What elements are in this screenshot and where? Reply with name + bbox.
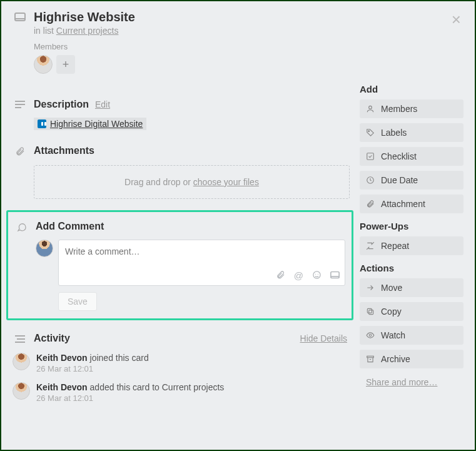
svg-rect-15 [367,153,374,160]
trello-icon [38,119,46,128]
card-list-location: in list Current projects [34,26,135,36]
arrow-right-icon [366,283,375,292]
attach-file-icon[interactable] [276,270,285,281]
svg-rect-17 [369,310,373,315]
sidebar-add-heading: Add [360,84,463,94]
sidebar-members-button[interactable]: Members [360,99,463,118]
sidebar-actions-heading: Actions [360,263,463,273]
members-label: Members [34,42,463,51]
svg-point-19 [369,334,372,337]
svg-rect-0 [15,13,25,21]
archive-icon [366,355,375,363]
hide-details-link[interactable]: Hide Details [300,333,347,343]
clock-icon [366,176,375,185]
copy-icon [366,307,375,316]
checklist-icon [366,152,375,161]
activity-item: Keith Devon joined this card 26 Mar at 1… [13,353,350,373]
share-more-link[interactable]: Share and more… [366,377,437,387]
sidebar-watch-button[interactable]: Watch [360,326,463,345]
edit-description-link[interactable]: Edit [95,99,110,109]
comment-input[interactable] [65,246,338,256]
mention-icon[interactable]: @ [294,270,303,281]
comment-box[interactable]: @ [58,240,345,286]
sidebar-powerups-heading: Power-Ups [360,221,463,231]
activity-time: 26 Mar at 12:01 [36,393,224,403]
description-card-link[interactable]: Highrise Digital Website [34,118,146,130]
avatar[interactable] [13,382,30,400]
attachment-icon [366,200,375,208]
members-icon [366,104,375,113]
svg-rect-18 [367,308,372,313]
svg-rect-20 [367,356,374,357]
save-comment-button[interactable]: Save [58,292,97,311]
sidebar-repeat-button[interactable]: Repeat [360,236,463,255]
description-icon [13,100,28,130]
svg-point-7 [318,274,318,275]
card-title[interactable]: Highrise Website [34,10,135,24]
activity-item: Keith Devon added this card to Current p… [13,382,350,403]
avatar [36,240,53,257]
activity-heading: Activity [34,333,70,344]
sidebar-duedate-button[interactable]: Due Date [360,171,463,190]
activity-time: 26 Mar at 12:01 [36,364,149,373]
avatar[interactable] [13,353,30,370]
eye-icon [366,331,375,340]
attachment-dropzone[interactable]: Drag and drop or choose your files [34,165,350,199]
card-icon [13,13,28,21]
sidebar-copy-button[interactable]: Copy [360,302,463,321]
svg-point-6 [315,274,316,275]
avatar[interactable] [34,55,53,74]
sidebar-labels-button[interactable]: Labels [360,123,463,142]
add-member-button[interactable]: + [56,55,75,74]
sidebar-checklist-button[interactable]: Checklist [360,147,463,166]
emoji-icon[interactable] [312,270,322,281]
add-comment-heading: Add Comment [36,221,104,231]
sidebar-archive-button[interactable]: Archive [360,350,463,368]
list-link[interactable]: Current projects [56,26,119,36]
comment-icon [14,222,29,232]
attachment-icon [13,146,28,156]
choose-files-link[interactable]: choose your files [193,177,259,187]
sidebar-move-button[interactable]: Move [360,278,463,297]
close-icon[interactable]: × [452,10,461,29]
svg-point-5 [313,271,320,278]
repeat-icon [366,241,375,250]
activity-icon [13,335,28,343]
labels-icon [366,128,375,137]
svg-rect-8 [331,272,339,278]
description-heading: Description [34,99,89,109]
sidebar-attachment-button[interactable]: Attachment [360,195,463,213]
card-link-icon[interactable] [330,270,340,281]
attachments-heading: Attachments [34,145,94,156]
svg-point-13 [369,106,372,109]
svg-point-14 [368,131,370,132]
add-comment-highlight: Add Comment @ Save [6,210,353,320]
